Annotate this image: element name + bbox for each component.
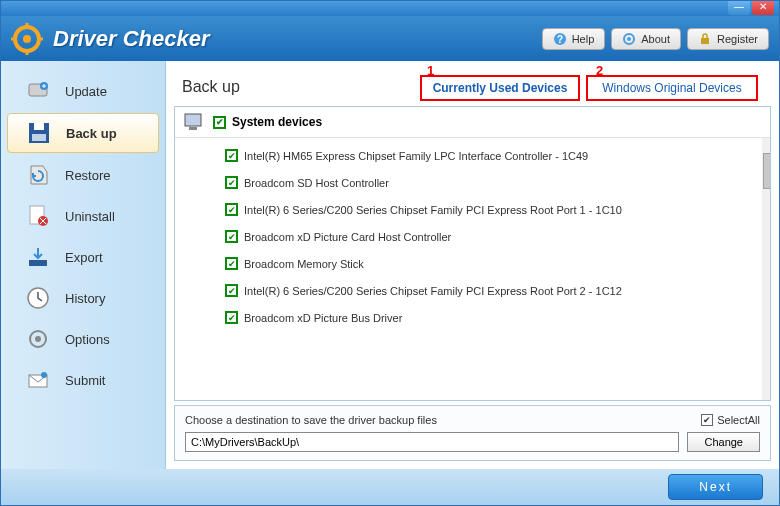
device-row[interactable]: ✔Broadcom Memory Stick [175, 250, 770, 277]
checkbox[interactable]: ✔ [225, 311, 238, 324]
device-list: ✔Intel(R) HM65 Express Chipset Family LP… [175, 138, 770, 400]
scrollbar[interactable] [762, 138, 770, 400]
header-buttons: ? Help About Register [542, 28, 769, 50]
destination-label: Choose a destination to save the driver … [185, 414, 437, 426]
floppy-icon [26, 120, 52, 146]
scrollbar-thumb[interactable] [763, 153, 770, 189]
close-button[interactable]: ✕ [752, 1, 774, 15]
register-label: Register [717, 33, 758, 45]
app-title: Driver Checker [53, 26, 210, 52]
window-controls: — ✕ [726, 1, 774, 15]
sidebar-label: Submit [65, 373, 105, 388]
sidebar-item-options[interactable]: Options [7, 320, 159, 358]
device-row[interactable]: ✔Intel(R) HM65 Express Chipset Family LP… [175, 142, 770, 169]
about-button[interactable]: About [611, 28, 681, 50]
lock-icon [698, 32, 712, 46]
device-label: Broadcom xD Picture Bus Driver [244, 312, 402, 324]
clock-icon [25, 285, 51, 311]
category-label: System devices [232, 115, 322, 129]
select-all-checkbox[interactable]: ✔ SelectAll [701, 414, 760, 426]
svg-point-21 [35, 336, 41, 342]
checkbox[interactable]: ✔ [225, 176, 238, 189]
svg-point-23 [41, 372, 47, 378]
gear-logo-icon [11, 23, 43, 55]
tab-label: Windows Original Devices [602, 81, 741, 95]
svg-rect-18 [29, 260, 47, 266]
monitor-icon [183, 112, 207, 132]
device-label: Intel(R) 6 Series/C200 Series Chipset Fa… [244, 204, 622, 216]
category-row[interactable]: ✔ System devices [175, 107, 770, 138]
svg-rect-14 [34, 123, 44, 130]
help-button[interactable]: ? Help [542, 28, 606, 50]
device-label: Intel(R) HM65 Express Chipset Family LPC… [244, 150, 588, 162]
checkbox[interactable]: ✔ [225, 149, 238, 162]
svg-text:?: ? [557, 34, 563, 45]
sidebar-label: Restore [65, 168, 111, 183]
sidebar-item-backup[interactable]: Back up [7, 113, 159, 153]
header: Driver Checker ? Help About Register [1, 16, 779, 61]
device-row[interactable]: ✔Broadcom xD Picture Card Host Controlle… [175, 223, 770, 250]
tab-currently-used[interactable]: Currently Used Devices [420, 75, 580, 101]
sidebar-label: Back up [66, 126, 117, 141]
register-button[interactable]: Register [687, 28, 769, 50]
help-label: Help [572, 33, 595, 45]
app-window: — ✕ Driver Checker ? Help About Register… [0, 0, 780, 506]
checkbox[interactable]: ✔ [213, 116, 226, 129]
checkbox[interactable]: ✔ [225, 230, 238, 243]
sidebar-item-submit[interactable]: Submit [7, 361, 159, 399]
svg-rect-10 [701, 38, 709, 44]
help-icon: ? [553, 32, 567, 46]
minimize-button[interactable]: — [728, 1, 750, 15]
sidebar: Update Back up Restore Uninstall Export … [1, 61, 166, 469]
sidebar-label: Options [65, 332, 110, 347]
submit-icon [25, 367, 51, 393]
tab-windows-original[interactable]: Windows Original Devices [586, 75, 758, 101]
destination-panel: Choose a destination to save the driver … [174, 405, 771, 461]
device-row[interactable]: ✔Broadcom SD Host Controller [175, 169, 770, 196]
svg-rect-24 [185, 114, 201, 126]
about-label: About [641, 33, 670, 45]
options-icon [25, 326, 51, 352]
device-row[interactable]: ✔Intel(R) 6 Series/C200 Series Chipset F… [175, 277, 770, 304]
uninstall-icon [25, 203, 51, 229]
device-label: Broadcom xD Picture Card Host Controller [244, 231, 451, 243]
sidebar-item-history[interactable]: History [7, 279, 159, 317]
device-label: Intel(R) 6 Series/C200 Series Chipset Fa… [244, 285, 622, 297]
titlebar: — ✕ [1, 1, 779, 16]
svg-point-1 [23, 35, 31, 43]
sidebar-label: Uninstall [65, 209, 115, 224]
sidebar-item-restore[interactable]: Restore [7, 156, 159, 194]
content-header: Back up 1 2 Currently Used Devices Windo… [166, 61, 779, 106]
next-button[interactable]: Next [668, 474, 763, 500]
change-button[interactable]: Change [687, 432, 760, 452]
svg-rect-25 [189, 127, 197, 130]
sidebar-item-export[interactable]: Export [7, 238, 159, 276]
sidebar-item-uninstall[interactable]: Uninstall [7, 197, 159, 235]
sidebar-label: History [65, 291, 105, 306]
select-all-label: SelectAll [717, 414, 760, 426]
page-title: Back up [182, 78, 240, 106]
svg-rect-15 [32, 134, 46, 141]
checkbox[interactable]: ✔ [225, 284, 238, 297]
gear-icon [622, 32, 636, 46]
sidebar-label: Update [65, 84, 107, 99]
content: Back up 1 2 Currently Used Devices Windo… [166, 61, 779, 469]
sidebar-item-update[interactable]: Update [7, 72, 159, 110]
checkbox[interactable]: ✔ [225, 257, 238, 270]
svg-point-9 [627, 37, 631, 41]
checkbox[interactable]: ✔ [225, 203, 238, 216]
device-panel: ✔ System devices ✔Intel(R) HM65 Express … [174, 106, 771, 401]
destination-input[interactable] [185, 432, 679, 452]
tab-label: Currently Used Devices [433, 81, 568, 95]
restore-icon [25, 162, 51, 188]
checkbox-icon: ✔ [701, 414, 713, 426]
sidebar-label: Export [65, 250, 103, 265]
device-label: Broadcom SD Host Controller [244, 177, 389, 189]
device-row[interactable]: ✔Broadcom xD Picture Bus Driver [175, 304, 770, 331]
footer: Next [1, 469, 779, 505]
body: Update Back up Restore Uninstall Export … [1, 61, 779, 469]
update-icon [25, 78, 51, 104]
export-icon [25, 244, 51, 270]
device-label: Broadcom Memory Stick [244, 258, 364, 270]
device-row[interactable]: ✔Intel(R) 6 Series/C200 Series Chipset F… [175, 196, 770, 223]
